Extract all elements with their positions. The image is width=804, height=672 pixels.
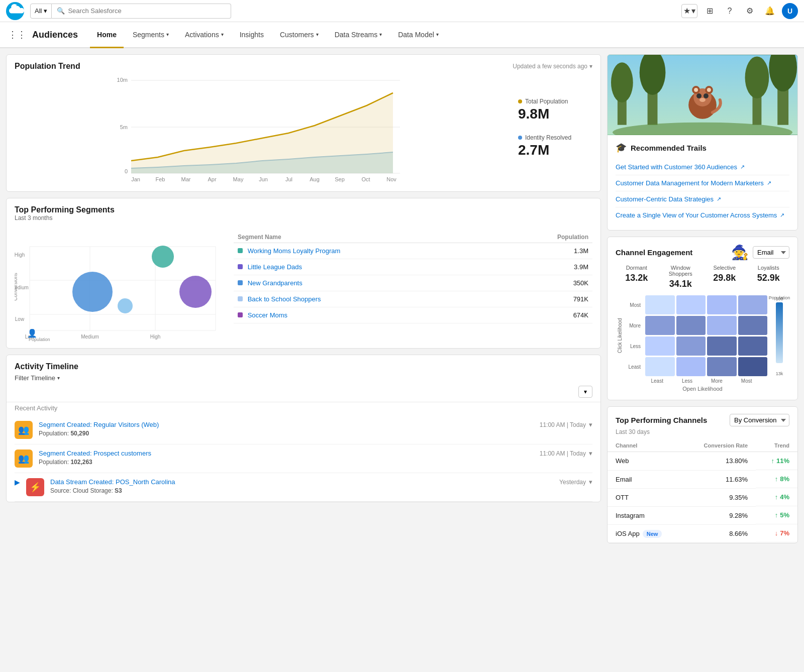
engagement-stat-label: Selective <box>703 265 746 271</box>
heatmap-grid: MostMoreLessLeast <box>626 295 767 376</box>
segment-name-cell: New Grandparents <box>234 275 498 291</box>
heatmap-cell <box>676 295 706 314</box>
segments-chevron-icon: ▾ <box>166 32 169 37</box>
svg-text:Medium: Medium <box>81 334 99 340</box>
segment-name-cell: Soccer Moms <box>234 307 498 323</box>
timeline-item-right: Yesterday ▾ <box>559 478 592 486</box>
search-scope-selector[interactable]: All ▾ <box>30 4 52 19</box>
trend-arrow-icon: ↓ <box>775 529 778 537</box>
trail-link[interactable]: Create a Single View of Your Customer Ac… <box>616 207 789 223</box>
segment-color-dot <box>238 280 243 285</box>
trail-link[interactable]: Customer Data Management for Modern Mark… <box>616 175 789 191</box>
segment-population-cell: 1.3M <box>498 243 592 259</box>
svg-text:Aug: Aug <box>310 176 320 182</box>
channel-name-cell: Instagram <box>608 506 683 524</box>
channel-avatar-icon: 🧙 <box>731 244 749 261</box>
activity-timeline-card: Activity Timeline Filter Timeline ▾ ▾ Re… <box>6 355 601 502</box>
trend-title: Population Trend <box>15 62 80 71</box>
trend-body: 10m 5m 0 Jan <box>7 73 600 191</box>
timeline-item-right: 11:00 AM | Today ▾ <box>540 421 592 428</box>
segment-name-link[interactable]: Little League Dads <box>248 263 302 271</box>
nav-item-insights[interactable]: Insights <box>233 22 271 48</box>
user-avatar[interactable]: U <box>782 3 798 19</box>
svg-text:Sep: Sep <box>335 176 345 182</box>
trail-link[interactable]: Get Started with Customer 360 Audiences … <box>616 159 789 175</box>
segment-row: New Grandparents 350K <box>234 275 592 291</box>
trails-title: Recommended Trails <box>631 144 707 152</box>
channel-selector[interactable]: EmailWebMobileSocial <box>753 246 789 259</box>
timeline-filter-dropdown-btn[interactable]: ▾ <box>578 386 592 398</box>
segment-name-link[interactable]: Soccer Moms <box>248 311 287 319</box>
heatmap-cell <box>707 316 737 335</box>
favorites-button[interactable]: ★ ▾ <box>681 4 697 18</box>
heatmap-cell <box>738 357 768 376</box>
trail-link-text: Customer Data Management for Modern Mark… <box>616 179 764 187</box>
segment-row: Back to School Shoppers 791K <box>234 291 592 307</box>
trend-header: Population Trend Updated a few seconds a… <box>7 55 600 73</box>
expand-icon[interactable]: ▶ <box>15 478 20 486</box>
segment-name-cell: Little League Dads <box>234 259 498 275</box>
timeline-item-menu-btn[interactable]: ▾ <box>589 450 592 457</box>
rate-col-header: Conversion Rate <box>683 439 756 452</box>
channel-row: Web 13.80% ↑ 11% <box>608 452 797 471</box>
segment-color-dot <box>238 264 243 269</box>
timeline-item-menu-btn[interactable]: ▾ <box>589 421 592 428</box>
scale-high: 100 <box>775 296 783 301</box>
top-channels-card: Top Performing Channels By ConversionBy … <box>607 406 798 543</box>
help-button[interactable]: ? <box>722 3 738 19</box>
timeline-item-menu-btn[interactable]: ▾ <box>589 478 592 486</box>
segment-name-link[interactable]: Back to School Shoppers <box>248 295 321 303</box>
app-navigation: ⋮⋮ Audiences Home Segments ▾ Activations… <box>0 22 804 48</box>
nav-item-home[interactable]: Home <box>90 22 124 48</box>
segment-name-link[interactable]: New Grandparents <box>248 279 303 287</box>
svg-text:Apr: Apr <box>208 176 216 182</box>
notifications-button[interactable]: 🔔 <box>762 3 778 19</box>
trail-link-text: Get Started with Customer 360 Audiences <box>616 163 737 171</box>
segments-header: Top Performing Segments Last 3 months <box>7 198 600 226</box>
svg-point-53 <box>707 88 711 92</box>
filter-chevron-icon: ▾ <box>57 375 60 381</box>
trend-col-header: Trend <box>756 439 797 452</box>
grid-icon[interactable]: ⋮⋮ <box>8 29 26 40</box>
timeline-item-title[interactable]: Segment Created: Prospect customers <box>39 450 534 457</box>
left-column: Population Trend Updated a few seconds a… <box>6 54 601 543</box>
channels-sort-selector[interactable]: By ConversionBy VolumeBy Trend <box>730 414 789 426</box>
timeline-item-title[interactable]: Data Stream Created: POS_North Carolina <box>50 478 553 486</box>
search-area: All ▾ 🔍 <box>30 4 231 19</box>
channel-trend-cell: ↑ 8% <box>756 470 797 488</box>
add-button[interactable]: ⊞ <box>701 3 718 19</box>
filter-timeline-button[interactable]: Filter Timeline ▾ <box>15 374 592 382</box>
external-link-icon: ↗ <box>767 180 771 186</box>
nav-item-segments[interactable]: Segments ▾ <box>126 22 176 48</box>
svg-text:Jul: Jul <box>285 176 292 182</box>
nav-item-insights-label: Insights <box>240 31 264 39</box>
channels-header: Top Performing Channels By ConversionBy … <box>608 407 797 428</box>
channel-trend-cell: ↓ 7% <box>756 524 797 542</box>
timeline-item-time: Yesterday <box>559 479 586 486</box>
trail-link[interactable]: Customer-Centric Data Strategies ↗ <box>616 191 789 207</box>
svg-text:Jun: Jun <box>259 176 268 182</box>
engagement-stat-value: 52.9k <box>748 273 790 283</box>
timeline-item-title[interactable]: Segment Created: Regular Visitors (Web) <box>39 421 534 428</box>
segment-color-dot <box>238 296 243 301</box>
settings-button[interactable]: ⚙ <box>742 3 758 19</box>
salesforce-logo[interactable] <box>6 2 24 20</box>
top-navigation: All ▾ 🔍 ★ ▾ ⊞ ? ⚙ 🔔 U <box>0 0 804 22</box>
timeline-items: 👥 Segment Created: Regular Visitors (Web… <box>7 416 600 502</box>
timeline-item-icon: 👥 <box>15 450 33 468</box>
segment-name-link[interactable]: Working Moms Loyalty Program <box>248 247 341 255</box>
activity-header: Activity Timeline Filter Timeline ▾ <box>7 355 600 386</box>
nav-item-datamodel[interactable]: Data Model ▾ <box>391 22 446 48</box>
hero-svg <box>608 55 797 135</box>
nav-item-datastreams[interactable]: Data Streams ▾ <box>328 22 389 48</box>
nav-item-activations[interactable]: Activations ▾ <box>178 22 231 48</box>
trend-updated-text: Updated a few seconds ago <box>513 63 587 70</box>
activations-chevron-icon: ▾ <box>221 32 224 37</box>
search-input[interactable] <box>68 7 168 15</box>
population-chart: 10m 5m 0 Jan <box>15 73 504 183</box>
trend-menu-icon[interactable]: ▾ <box>589 63 592 70</box>
svg-text:Oct: Oct <box>361 176 370 182</box>
channels-table: Channel Conversion Rate Trend Web 13.80%… <box>608 439 797 543</box>
nav-item-customers[interactable]: Customers ▾ <box>273 22 326 48</box>
new-badge: New <box>643 530 662 538</box>
